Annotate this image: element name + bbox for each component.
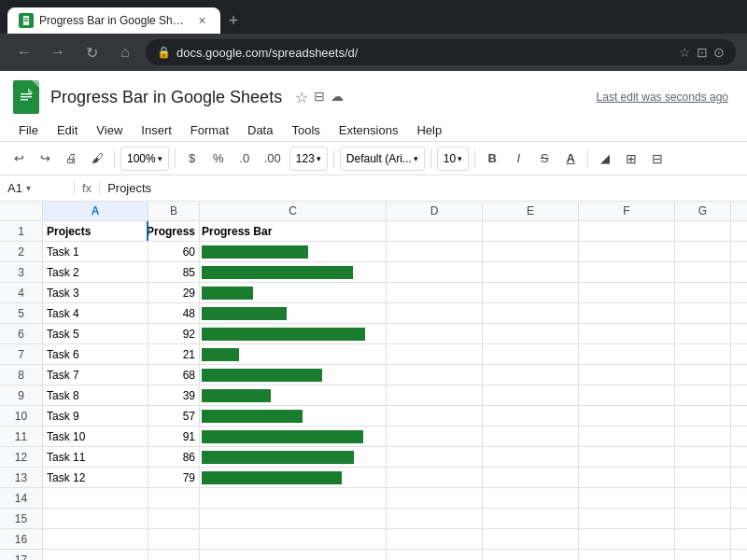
cell-g15[interactable] bbox=[675, 509, 731, 528]
paintformat-button[interactable]: 🖌 bbox=[86, 147, 108, 171]
menu-edit[interactable]: Edit bbox=[49, 119, 85, 141]
new-tab-button[interactable]: + bbox=[220, 7, 247, 34]
sheets-document-title[interactable]: Progress Bar in Google Sheets bbox=[50, 88, 282, 107]
col-header-e[interactable]: E bbox=[483, 202, 579, 220]
cell-g5[interactable] bbox=[675, 303, 731, 323]
cell-d17[interactable] bbox=[387, 550, 483, 560]
merge-button[interactable]: ⊟ bbox=[646, 147, 669, 171]
cell-g17[interactable] bbox=[675, 550, 731, 560]
cell-c13[interactable] bbox=[200, 468, 387, 487]
cell-f7[interactable] bbox=[579, 344, 675, 364]
cell-c11[interactable] bbox=[200, 427, 387, 446]
cell-c5[interactable] bbox=[200, 303, 387, 323]
cell-a13[interactable]: Task 12 bbox=[43, 468, 148, 487]
cell-f15[interactable] bbox=[579, 509, 675, 528]
cell-b4[interactable]: 29 bbox=[148, 283, 200, 302]
cell-c16[interactable] bbox=[200, 529, 387, 549]
bookmark-icon[interactable]: ☆ bbox=[679, 45, 691, 60]
cell-d8[interactable] bbox=[387, 365, 483, 385]
decimal-inc-button[interactable]: .00 bbox=[260, 147, 286, 171]
cell-b12[interactable]: 86 bbox=[148, 447, 200, 467]
cell-a9[interactable]: Task 8 bbox=[43, 385, 148, 405]
borders-button[interactable]: ⊞ bbox=[620, 147, 642, 171]
cell-b3[interactable]: 85 bbox=[148, 262, 200, 282]
cell-a7[interactable]: Task 6 bbox=[43, 344, 148, 364]
cell-b13[interactable]: 79 bbox=[148, 468, 200, 487]
cell-e11[interactable] bbox=[483, 427, 579, 446]
cell-f10[interactable] bbox=[579, 406, 675, 426]
forward-button[interactable]: → bbox=[45, 39, 71, 65]
cell-g4[interactable] bbox=[675, 283, 731, 302]
cell-b8[interactable]: 68 bbox=[148, 365, 200, 385]
cell-f5[interactable] bbox=[579, 303, 675, 323]
cell-f9[interactable] bbox=[579, 385, 675, 405]
percent-button[interactable]: % bbox=[207, 147, 230, 171]
cell-g1[interactable] bbox=[675, 221, 731, 241]
cell-e2[interactable] bbox=[483, 242, 579, 261]
cloud-icon[interactable]: ☁ bbox=[331, 89, 344, 106]
print-button[interactable]: 🖨 bbox=[60, 147, 82, 171]
cell-e14[interactable] bbox=[483, 488, 579, 508]
cell-c8[interactable] bbox=[200, 365, 387, 385]
cell-b10[interactable]: 57 bbox=[148, 406, 200, 426]
fill-color-button[interactable]: ◢ bbox=[594, 147, 616, 171]
menu-insert[interactable]: Insert bbox=[134, 119, 179, 141]
cell-f14[interactable] bbox=[579, 488, 675, 508]
formula-content[interactable]: Projects bbox=[100, 181, 159, 195]
decimal-dec-button[interactable]: .0 bbox=[233, 147, 256, 171]
text-color-button[interactable]: A bbox=[559, 147, 582, 171]
cell-b9[interactable]: 39 bbox=[148, 385, 200, 405]
cell-d4[interactable] bbox=[387, 283, 483, 302]
cell-d3[interactable] bbox=[387, 262, 483, 282]
cell-e1[interactable] bbox=[483, 221, 579, 241]
zoom-dropdown[interactable]: 100% ▾ bbox=[120, 147, 169, 171]
menu-tools[interactable]: Tools bbox=[284, 119, 327, 141]
cell-g6[interactable] bbox=[675, 324, 731, 343]
cell-c9[interactable] bbox=[200, 385, 387, 405]
menu-extensions[interactable]: Extensions bbox=[331, 119, 406, 141]
star-icon[interactable]: ☆ bbox=[295, 89, 308, 106]
cell-e6[interactable] bbox=[483, 324, 579, 343]
cell-e8[interactable] bbox=[483, 365, 579, 385]
cell-e4[interactable] bbox=[483, 283, 579, 302]
cell-c10[interactable] bbox=[200, 406, 387, 426]
col-header-g[interactable]: G bbox=[675, 202, 731, 220]
cell-g7[interactable] bbox=[675, 344, 731, 364]
cell-a2[interactable]: Task 1 bbox=[43, 242, 148, 261]
cell-d7[interactable] bbox=[387, 344, 483, 364]
cell-g16[interactable] bbox=[675, 529, 731, 549]
undo-button[interactable]: ↩ bbox=[7, 147, 30, 171]
cell-f6[interactable] bbox=[579, 324, 675, 343]
cell-d13[interactable] bbox=[387, 468, 483, 487]
cell-f11[interactable] bbox=[579, 427, 675, 446]
cell-e17[interactable] bbox=[483, 550, 579, 560]
cell-d12[interactable] bbox=[387, 447, 483, 467]
cell-b7[interactable]: 21 bbox=[148, 344, 200, 364]
cell-b14[interactable] bbox=[148, 488, 200, 508]
cell-ref-dropdown-arrow[interactable]: ▾ bbox=[26, 183, 31, 193]
cell-f13[interactable] bbox=[579, 468, 675, 487]
cell-f17[interactable] bbox=[579, 550, 675, 560]
cell-d5[interactable] bbox=[387, 303, 483, 323]
menu-view[interactable]: View bbox=[89, 119, 130, 141]
cell-d2[interactable] bbox=[387, 242, 483, 261]
col-header-b[interactable]: B bbox=[148, 202, 200, 220]
cell-f4[interactable] bbox=[579, 283, 675, 302]
cell-reference-box[interactable]: A1 ▾ bbox=[0, 181, 75, 195]
menu-help[interactable]: Help bbox=[409, 119, 449, 141]
cell-g3[interactable] bbox=[675, 262, 731, 282]
cell-b17[interactable] bbox=[148, 550, 200, 560]
cell-d16[interactable] bbox=[387, 529, 483, 549]
cell-d14[interactable] bbox=[387, 488, 483, 508]
cell-f12[interactable] bbox=[579, 447, 675, 467]
bold-button[interactable]: B bbox=[481, 147, 503, 171]
menu-file[interactable]: File bbox=[11, 119, 46, 141]
cell-d11[interactable] bbox=[387, 427, 483, 446]
cell-a8[interactable]: Task 7 bbox=[43, 365, 148, 385]
currency-button[interactable]: $ bbox=[181, 147, 204, 171]
cell-g13[interactable] bbox=[675, 468, 731, 487]
cell-f3[interactable] bbox=[579, 262, 675, 282]
drive-icon[interactable]: ⊟ bbox=[314, 89, 325, 106]
cell-a10[interactable]: Task 9 bbox=[43, 406, 148, 426]
cell-d10[interactable] bbox=[387, 406, 483, 426]
